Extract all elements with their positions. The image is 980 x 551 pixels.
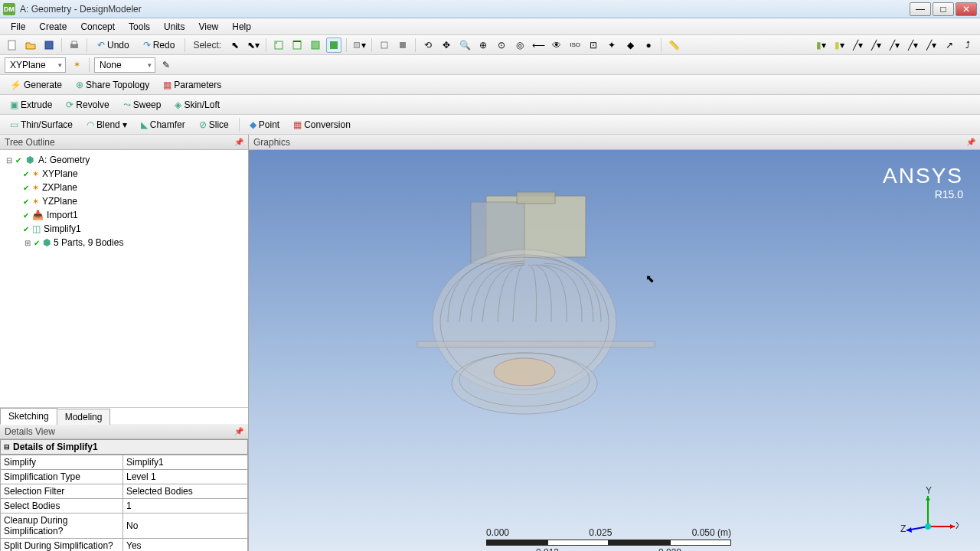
box1[interactable]: [377, 37, 392, 53]
select-edges[interactable]: [289, 37, 305, 53]
tree-node-yzplane[interactable]: ✔✶YZPlane: [2, 194, 247, 208]
select-cursor[interactable]: ⬉: [227, 37, 243, 53]
tree-node-zxplane[interactable]: ✔✶ZXPlane: [2, 181, 247, 194]
select-faces[interactable]: [308, 37, 323, 53]
point-button[interactable]: ◆Point: [244, 117, 285, 132]
graphics-header: Graphics 📌: [249, 135, 980, 150]
tab-sketching[interactable]: Sketching: [0, 408, 57, 425]
revolve-button[interactable]: ⟳Revolve: [60, 97, 114, 112]
pin-icon[interactable]: 📌: [234, 138, 243, 146]
zoom-sel[interactable]: ◎: [512, 37, 528, 53]
select-points[interactable]: [271, 37, 286, 53]
table-row[interactable]: Select Bodies1: [1, 499, 248, 514]
maximize-button[interactable]: □: [933, 2, 954, 16]
table-row[interactable]: Cleanup During Simplification?No: [1, 514, 248, 539]
app-icon: DM: [3, 3, 15, 15]
sweep-button[interactable]: ⤳Sweep: [118, 97, 167, 112]
display-1[interactable]: ▮▾: [813, 37, 828, 53]
display-2[interactable]: ▮▾: [831, 37, 847, 53]
line-2[interactable]: ╱▾: [868, 37, 884, 53]
thinsurface-button[interactable]: ▭Thin/Surface: [5, 117, 78, 132]
menu-concept[interactable]: Concept: [74, 20, 121, 34]
arrow-tool[interactable]: ↗: [942, 37, 957, 53]
menu-units[interactable]: Units: [158, 20, 191, 34]
redo-button[interactable]: ↷Redo: [138, 37, 181, 53]
table-row[interactable]: SimplifySimplify1: [1, 455, 248, 470]
open-button[interactable]: [23, 37, 38, 53]
3d-model: [402, 188, 678, 425]
table-row[interactable]: Split During Simplification?Yes: [1, 539, 248, 552]
blend-button[interactable]: ◠Blend ▾: [81, 117, 132, 132]
toolbar-generate: ⚡Generate ⊕Share Topology ▦Parameters: [0, 75, 980, 95]
slice-button[interactable]: ⊘Slice: [194, 117, 234, 132]
menu-create[interactable]: Create: [33, 20, 73, 34]
details-title[interactable]: ⊟ Details of Simplify1: [0, 439, 248, 455]
arrow2-tool[interactable]: ⤴: [960, 37, 975, 53]
menu-tools[interactable]: Tools: [122, 20, 156, 34]
expand-icon[interactable]: ⊞: [23, 239, 32, 247]
line-4[interactable]: ╱▾: [905, 37, 920, 53]
tab-modeling[interactable]: Modeling: [57, 409, 111, 425]
tree-outline[interactable]: ⊟ ✔ ⬢ A: Geometry ✔✶XYPlane ✔✶ZXPlane ✔✶…: [0, 150, 248, 407]
measure-button[interactable]: 📏: [666, 37, 681, 53]
tree-root[interactable]: ⊟ ✔ ⬢ A: Geometry: [2, 153, 247, 167]
zoom-box[interactable]: 🔍: [457, 37, 472, 53]
extrude-button[interactable]: ▣Extrude: [5, 97, 57, 112]
collapse-icon[interactable]: ⊟: [5, 156, 14, 165]
tree-node-simplify1[interactable]: ✔◫Simplify1: [2, 222, 247, 236]
tree-node-import1[interactable]: ✔📥Import1: [2, 208, 247, 222]
new-sketch-button[interactable]: ✎: [158, 57, 174, 73]
line-5[interactable]: ╱▾: [923, 37, 939, 53]
tree-node-parts[interactable]: ⊞✔⬢5 Parts, 9 Bodies: [2, 236, 247, 249]
details-table: SimplifySimplify1 Simplification TypeLev…: [0, 455, 248, 551]
undo-button[interactable]: ↶Undo: [92, 37, 135, 53]
new-plane-button[interactable]: ✶: [69, 57, 84, 73]
extend-selection[interactable]: ▾: [351, 37, 367, 53]
print-button[interactable]: [67, 37, 82, 53]
zoom-fit[interactable]: ⊙: [494, 37, 509, 53]
menu-help[interactable]: Help: [226, 20, 257, 34]
menu-view[interactable]: View: [192, 20, 224, 34]
plane-dropdown[interactable]: XYPlane: [5, 57, 66, 73]
minimize-button[interactable]: —: [910, 2, 931, 16]
sketch-dropdown[interactable]: None: [94, 57, 155, 73]
pan-view[interactable]: ✥: [439, 37, 454, 53]
svg-point-5: [276, 42, 277, 44]
zoom-prev[interactable]: ⟵: [531, 37, 546, 53]
skinloft-button[interactable]: ◈Skin/Loft: [169, 97, 225, 112]
ansys-logo: ANSYS R15.0: [883, 164, 963, 201]
save-button[interactable]: [41, 37, 57, 53]
parameters-button[interactable]: ▦Parameters: [158, 77, 227, 93]
line-1[interactable]: ╱▾: [850, 37, 865, 53]
table-row[interactable]: Selection FilterSelected Bodies: [1, 484, 248, 499]
share-topology-button[interactable]: ⊕Share Topology: [70, 77, 155, 93]
select-filter[interactable]: ⬉▾: [246, 37, 261, 53]
iso-view[interactable]: ISO: [567, 37, 583, 53]
conversion-button[interactable]: ▦Conversion: [288, 117, 356, 132]
box2[interactable]: [395, 37, 410, 53]
rotate-view[interactable]: ⟲: [420, 37, 436, 53]
new-button[interactable]: [5, 37, 20, 53]
tree-node-xyplane[interactable]: ✔✶XYPlane: [2, 167, 247, 181]
graphics-viewport[interactable]: ANSYS R15.0 ⬉: [249, 150, 980, 551]
close-button[interactable]: ✕: [956, 2, 977, 16]
look-at[interactable]: 👁: [549, 37, 564, 53]
chamfer-button[interactable]: ◣Chamfer: [136, 117, 191, 132]
generate-button[interactable]: ⚡Generate: [5, 77, 67, 93]
triad-axes[interactable]: X Y Z: [897, 484, 959, 546]
pin-icon[interactable]: 📌: [234, 427, 243, 435]
table-row[interactable]: Simplification TypeLevel 1: [1, 470, 248, 484]
pin-icon[interactable]: 📌: [966, 138, 975, 146]
toolbar-modify: ▭Thin/Surface ◠Blend ▾ ◣Chamfer ⊘Slice ◆…: [0, 115, 980, 135]
select-bodies[interactable]: [326, 37, 341, 53]
snap4[interactable]: ●: [641, 37, 656, 53]
svg-text:Y: Y: [926, 485, 932, 496]
svg-marker-27: [906, 527, 912, 533]
zoom-in[interactable]: ⊕: [475, 37, 491, 53]
menu-file[interactable]: File: [5, 20, 31, 34]
line-3[interactable]: ╱▾: [887, 37, 902, 53]
snap1[interactable]: ⊡: [586, 37, 601, 53]
snap3[interactable]: ◆: [622, 37, 638, 53]
snap2[interactable]: ✦: [604, 37, 619, 53]
tree-outline-header: Tree Outline 📌: [0, 135, 248, 150]
